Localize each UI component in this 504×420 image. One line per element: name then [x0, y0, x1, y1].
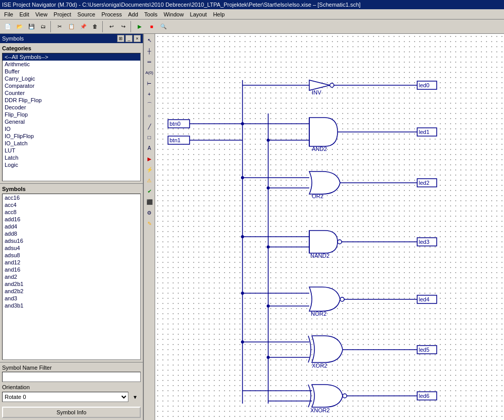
category-item[interactable]: IO: [3, 125, 140, 132]
undo-button[interactable]: ↩: [106, 21, 117, 32]
symbol-item[interactable]: acc4: [3, 201, 140, 208]
menu-item-add[interactable]: Add: [125, 10, 141, 18]
menu-item-edit[interactable]: Edit: [16, 10, 32, 18]
title-text: ISE Project Navigator (M.70d) - C:\Users…: [2, 2, 502, 8]
title-bar: ISE Project Navigator (M.70d) - C:\Users…: [0, 0, 504, 9]
menu-item-help[interactable]: Help: [210, 10, 228, 18]
symbol-item[interactable]: add4: [3, 223, 140, 230]
menu-item-project[interactable]: Project: [50, 10, 74, 18]
menu-item-window[interactable]: Window: [160, 10, 186, 18]
menu-item-source[interactable]: Source: [74, 10, 99, 18]
menu-item-tools[interactable]: Tools: [141, 10, 161, 18]
label-tool-button[interactable]: A(0): [144, 67, 155, 78]
stop-button[interactable]: ■: [146, 21, 157, 32]
category-item[interactable]: Flip_Flop: [3, 111, 140, 118]
symbol-item[interactable]: add16: [3, 216, 140, 223]
symbol-item[interactable]: adsu8: [3, 252, 140, 259]
inv-gate: [309, 80, 330, 90]
panel-pin-button[interactable]: ⊞: [117, 35, 124, 42]
open-button[interactable]: 📂: [14, 21, 25, 32]
net-bus-button[interactable]: ⊢: [144, 78, 155, 88]
categories-section: Categories <--All Symbols-->ArithmeticBu…: [0, 43, 143, 184]
add-symbol-button[interactable]: +: [144, 89, 155, 99]
menu-item-process[interactable]: Process: [98, 10, 125, 18]
settings-button[interactable]: ⚙: [144, 207, 155, 218]
category-item[interactable]: LUT: [3, 147, 140, 154]
symbol-item[interactable]: and2b1: [3, 280, 140, 288]
marker-button[interactable]: ▶: [144, 154, 155, 164]
panel-close-button[interactable]: ×: [134, 35, 141, 42]
run-button[interactable]: ▶: [134, 21, 145, 32]
orientation-dropdown-btn[interactable]: ▼: [129, 391, 141, 403]
category-item[interactable]: Decoder: [3, 104, 140, 111]
delete-button[interactable]: 🗑: [89, 21, 101, 32]
orientation-select-row: Rotate 0 Rotate 90 Rotate 180 Rotate 270…: [2, 391, 141, 403]
nor2-gate: [309, 287, 340, 311]
text-tool-button[interactable]: A: [144, 143, 155, 153]
category-item[interactable]: Carry_Logic: [3, 75, 140, 82]
symbols-list[interactable]: acc16acc4acc8add16add4add8adsu16adsu4ads…: [2, 194, 141, 360]
xor2-extra-curve: [308, 336, 311, 362]
symbol-item[interactable]: and2b2: [3, 288, 140, 295]
schematic-canvas[interactable]: .sch-line { stroke: #00008b; stroke-widt…: [155, 34, 504, 420]
or2-gate: [309, 171, 340, 194]
symbol-item[interactable]: and2: [3, 273, 140, 280]
category-item[interactable]: General: [3, 118, 140, 125]
schematic-toolbar: ↖ ┼ ═ A(0) ⊢ + ⌒ ○ ╱ □ A ▶ ⚡ ⚠ ✔ ⬛ ⚙ ✎: [144, 34, 155, 420]
select-tool-button[interactable]: ↖: [144, 35, 155, 45]
line-tool-button[interactable]: ╱: [144, 121, 155, 131]
category-item[interactable]: Buffer: [3, 68, 140, 75]
category-item[interactable]: Logic: [3, 161, 140, 168]
circle-tool-button[interactable]: ○: [144, 110, 155, 121]
categories-list[interactable]: <--All Symbols-->ArithmeticBufferCarry_L…: [2, 53, 141, 181]
symbol-item[interactable]: and12: [3, 259, 140, 266]
category-item[interactable]: IO_FlipFlop: [3, 132, 140, 140]
symbol-item[interactable]: acc16: [3, 194, 140, 201]
menu-item-layout[interactable]: Layout: [187, 10, 210, 18]
arc-tool-button[interactable]: ⌒: [144, 100, 155, 110]
category-item[interactable]: Comparator: [3, 82, 140, 89]
orientation-select[interactable]: Rotate 0 Rotate 90 Rotate 180 Rotate 270: [2, 392, 128, 402]
category-item[interactable]: Arithmetic: [3, 61, 140, 68]
redo-button[interactable]: ↪: [118, 21, 129, 32]
symbol-item[interactable]: acc8: [3, 208, 140, 216]
drc-button[interactable]: ✔: [144, 186, 155, 196]
warning-button[interactable]: ⚠: [144, 175, 155, 185]
menu-item-file[interactable]: File: [1, 10, 16, 18]
category-item[interactable]: <--All Symbols-->: [3, 53, 140, 61]
probe-button[interactable]: ⚡: [144, 164, 155, 175]
rect-tool-button[interactable]: □: [144, 132, 155, 142]
save-all-button[interactable]: 🗂: [38, 21, 49, 32]
cut-button[interactable]: ✂: [54, 21, 65, 32]
symbol-item[interactable]: and3b1: [3, 302, 140, 309]
category-item[interactable]: Latch: [3, 154, 140, 161]
toolbar-separator-3: [130, 21, 133, 32]
inv-label: INV: [312, 89, 322, 96]
symbol-info-button[interactable]: Symbol Info: [2, 407, 141, 418]
symbol-item[interactable]: and3: [3, 295, 140, 302]
chip-button[interactable]: ⬛: [144, 197, 155, 207]
menu-bar: FileEditViewProjectSourceProcessAddTools…: [0, 9, 504, 20]
panel-minimize-button[interactable]: _: [125, 35, 133, 42]
category-item[interactable]: IO_Latch: [3, 140, 140, 147]
symbol-item[interactable]: adsu4: [3, 244, 140, 252]
copy-button[interactable]: 📋: [66, 21, 77, 32]
wire-tool-button[interactable]: ┼: [144, 46, 155, 56]
category-item[interactable]: DDR Flip_Flop: [3, 97, 140, 104]
led3-label: led3: [419, 239, 430, 245]
bus-tool-button[interactable]: ═: [144, 56, 155, 67]
nor2-label: NOR2: [311, 311, 327, 317]
symbol-item[interactable]: add8: [3, 230, 140, 237]
btn1-label: btn1: [170, 137, 180, 143]
filter-input[interactable]: [2, 372, 141, 382]
new-button[interactable]: 📄: [2, 21, 13, 32]
symbol-item[interactable]: and16: [3, 266, 140, 273]
symbol-item[interactable]: adsu16: [3, 237, 140, 244]
save-button[interactable]: 💾: [26, 21, 37, 32]
menu-item-view[interactable]: View: [32, 10, 51, 18]
paste-button[interactable]: 📌: [78, 21, 89, 32]
nand2-gate: [309, 231, 338, 253]
category-item[interactable]: Counter: [3, 89, 140, 97]
pencil-button[interactable]: ✎: [144, 218, 155, 228]
zoom-button[interactable]: 🔍: [158, 21, 169, 32]
